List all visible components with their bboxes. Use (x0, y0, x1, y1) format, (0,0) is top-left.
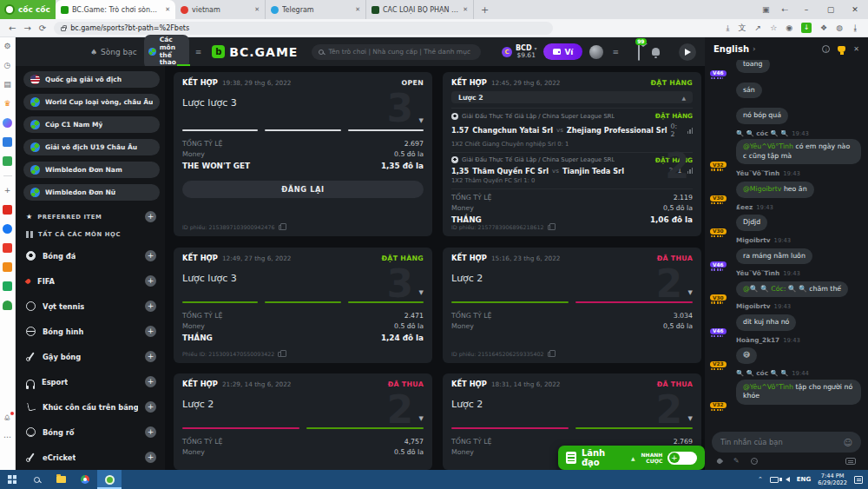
bookmark-star-icon[interactable]: ☆ (770, 23, 777, 32)
sidebar-item-fifa[interactable]: FIFA (26, 268, 156, 294)
language-indicator[interactable]: ENG (797, 476, 811, 483)
crown-icon[interactable]: ♛ (3, 99, 12, 109)
sidebar-item-basketball[interactable]: Bóng rổ (26, 420, 156, 445)
url-field[interactable]: bc.game/sports?bt-path=%2Fbets (54, 22, 553, 35)
forward-icon[interactable]: → (23, 23, 30, 33)
notifications-bell-icon[interactable] (652, 48, 660, 56)
sidebar-item-worldcup-qualifiers[interactable]: World Cup loại vòng, châu Âu (23, 94, 160, 110)
sidebar-item-ice-hockey[interactable]: Khúc côn cầu trên băng (26, 394, 156, 420)
sheets-icon[interactable] (3, 281, 12, 291)
coccoc-button[interactable] (97, 470, 122, 489)
sidebar-item-wimbledon-women[interactable]: Wimbledon Đơn Nữ (23, 184, 160, 201)
tab-close-icon[interactable] (165, 6, 170, 13)
new-tab-button[interactable] (481, 4, 489, 16)
tab-close-icon[interactable] (355, 6, 360, 13)
expand-ice-hockey-button[interactable] (145, 401, 156, 413)
gear-icon[interactable]: ⚙ (3, 42, 12, 51)
cookie-icon[interactable] (751, 458, 758, 465)
chat-language[interactable]: English (713, 44, 749, 54)
expand-soccer-button[interactable] (145, 250, 156, 261)
games-icon[interactable] (3, 156, 12, 166)
sidebar-item-ecricket[interactable]: eCricket (26, 445, 156, 470)
window-maximize-button[interactable] (825, 5, 837, 14)
window-minimize-button[interactable] (800, 5, 812, 14)
facebook-icon[interactable] (3, 224, 12, 234)
tab-sports-parts[interactable]: CÁC LOẠI BỘ PHẬN THỂ TH (366, 0, 474, 19)
education-icon[interactable] (3, 301, 12, 310)
bell-icon[interactable]: 🕭 (3, 413, 12, 423)
expand-fifa-button[interactable] (145, 275, 156, 287)
share-icon[interactable]: ↗ (755, 23, 762, 32)
expand-shape-ball-button[interactable] (145, 326, 156, 337)
copy-icon[interactable] (278, 352, 282, 357)
history-icon[interactable]: ◷ (3, 61, 12, 70)
cart-icon[interactable] (3, 262, 12, 272)
extensions-icon[interactable]: ❖ (820, 23, 827, 32)
save-page-icon[interactable]: ⤓ (727, 23, 730, 33)
currency-selector[interactable]: C BCD ▾ $9.61 (502, 44, 536, 60)
newsfeed-icon[interactable]: ▤ (3, 80, 12, 89)
chart-icon[interactable] (3, 137, 12, 147)
trophy-icon[interactable] (838, 46, 845, 52)
inbox-button[interactable]: 99 (638, 43, 640, 60)
add-icon[interactable]: + (3, 186, 12, 195)
sidebar-item-esport[interactable]: Esport (26, 369, 156, 394)
expand-baseball-button[interactable] (145, 351, 156, 362)
chat-toggle-button[interactable] (679, 43, 696, 61)
expand-esport-button[interactable] (145, 376, 156, 387)
sidebar-item-soccer[interactable]: Bóng đá (26, 243, 156, 268)
sidebar-item-u19-championship[interactable]: Giải vô địch U19 Châu Âu (23, 139, 160, 155)
bcgame-logo[interactable]: b BC.GAME (212, 45, 298, 59)
nav-casino[interactable]: ♠ Sòng bạc (90, 48, 137, 56)
tab-close-icon[interactable] (463, 6, 468, 13)
download-manager-icon[interactable] (801, 23, 812, 33)
expand-caret-icon[interactable] (688, 289, 693, 296)
copy-icon[interactable] (279, 225, 283, 230)
expand-caret-icon[interactable] (688, 415, 693, 422)
action-center-icon[interactable] (854, 476, 863, 484)
copy-icon[interactable] (548, 352, 552, 357)
reader-mode-icon[interactable]: ▣ (762, 5, 770, 14)
expand-caret-icon[interactable] (419, 289, 424, 296)
coccoc-brand-button[interactable]: cốc cốc (0, 0, 56, 19)
file-explorer-button[interactable] (49, 470, 73, 489)
back-icon[interactable]: ← (9, 23, 16, 33)
tab-telegram[interactable]: Telegram (266, 0, 366, 19)
gif-keyboard-icon[interactable] (845, 458, 856, 465)
sidebar-item-tennis[interactable]: Vợt tennis (26, 294, 156, 319)
network-icon[interactable] (770, 477, 779, 483)
expand-caret-icon[interactable] (419, 117, 424, 124)
expand-ecricket-button[interactable] (145, 452, 156, 463)
chat-input[interactable]: ☺ (712, 432, 861, 453)
profile-icon[interactable]: ◍ (836, 23, 843, 32)
start-button[interactable] (0, 470, 24, 489)
reload-icon[interactable]: ⟳ (39, 23, 46, 33)
wallet-button[interactable]: Ví (543, 43, 582, 60)
sidebar-item-copa-libertadores[interactable]: Cúp C1 Nam Mỹ (23, 116, 160, 133)
youtube-icon[interactable] (3, 205, 12, 215)
downloads-tray-icon[interactable]: ⭳ (852, 23, 859, 32)
leaderboard-button[interactable]: Lãnh đạo (582, 448, 626, 467)
stats-icon[interactable] (687, 128, 694, 134)
tray-expand-icon[interactable] (758, 476, 763, 483)
hamburger-icon[interactable] (195, 48, 202, 56)
translate-icon[interactable]: 文 (739, 23, 746, 34)
emoji-picker-icon[interactable]: ☺ (844, 438, 852, 447)
back-sync-icon[interactable]: ⇠ (781, 5, 788, 14)
volume-icon[interactable] (786, 477, 790, 482)
user-avatar[interactable] (589, 45, 603, 59)
more-icon[interactable]: ⋯ (3, 433, 12, 442)
window-close-button[interactable] (849, 5, 861, 14)
nav-sports[interactable]: Các môn thể thao (144, 35, 189, 69)
combo-collapse-bar[interactable]: Lược 2 (451, 91, 693, 103)
expand-tennis-button[interactable] (145, 301, 156, 312)
shield-icon[interactable]: ◉ (786, 23, 792, 32)
calendar-icon[interactable] (3, 243, 12, 253)
tab-bcgame[interactable]: BC.Game: Trò chơi sòng bạc (56, 0, 175, 19)
sidebar-item-shape-ball[interactable]: Bóng hình (26, 319, 156, 344)
sidebar-item-wimbledon-men[interactable]: Wimbledon Đơn Nam (23, 162, 160, 178)
rules-icon[interactable]: ✎ (733, 457, 740, 465)
chat-message-input[interactable] (720, 438, 844, 446)
chrome-button[interactable] (73, 470, 97, 489)
expand-basketball-button[interactable] (145, 426, 156, 438)
